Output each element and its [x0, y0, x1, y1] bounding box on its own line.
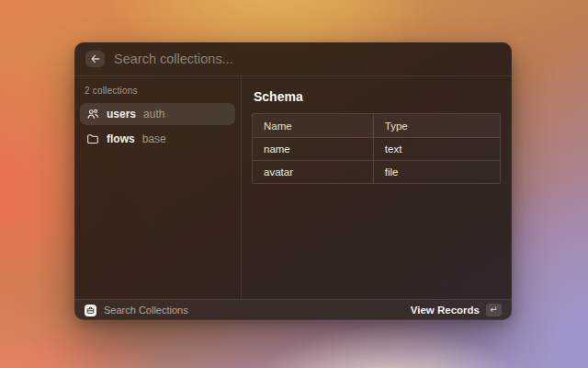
primary-action-label: View Records — [411, 305, 480, 316]
schema-table: Name Type name text avatar file — [252, 113, 501, 184]
command-palette-window: 2 collections users auth — [74, 42, 512, 320]
folder-icon — [86, 132, 99, 145]
main-content: 2 collections users auth — [74, 76, 512, 299]
enter-key-icon: ↵ — [486, 304, 502, 316]
users-icon — [86, 108, 99, 121]
command-label: Search Collections — [104, 305, 188, 316]
collection-type-badge: auth — [143, 108, 164, 121]
arrow-left-icon — [89, 53, 102, 64]
detail-title: Schema — [254, 89, 501, 104]
field-type-cell: text — [374, 138, 500, 160]
pocketbase-app-icon — [85, 305, 96, 316]
table-row: name text — [253, 137, 500, 160]
list-item-users[interactable]: users auth — [80, 103, 235, 125]
collections-list: 2 collections users auth — [74, 76, 242, 299]
table-row: avatar file — [253, 160, 500, 183]
action-bar: Search Collections View Records ↵ — [74, 299, 512, 320]
field-name-cell: name — [253, 138, 374, 160]
primary-action-button[interactable]: View Records ↵ — [411, 304, 502, 316]
column-header-name: Name — [253, 114, 374, 137]
collection-type-badge: base — [142, 132, 166, 145]
field-name-cell: avatar — [253, 161, 374, 183]
search-bar — [74, 42, 512, 76]
column-header-type: Type — [374, 114, 500, 137]
section-label: 2 collections — [85, 86, 235, 96]
back-button[interactable] — [85, 51, 105, 67]
field-type-cell: file — [374, 161, 500, 183]
detail-panel: Schema Name Type name text avatar file — [242, 76, 512, 299]
list-item-flows[interactable]: flows base — [80, 128, 235, 150]
search-input[interactable] — [114, 52, 501, 66]
collection-name: flows — [107, 132, 135, 145]
collection-name: users — [107, 108, 136, 121]
table-header-row: Name Type — [253, 114, 500, 137]
